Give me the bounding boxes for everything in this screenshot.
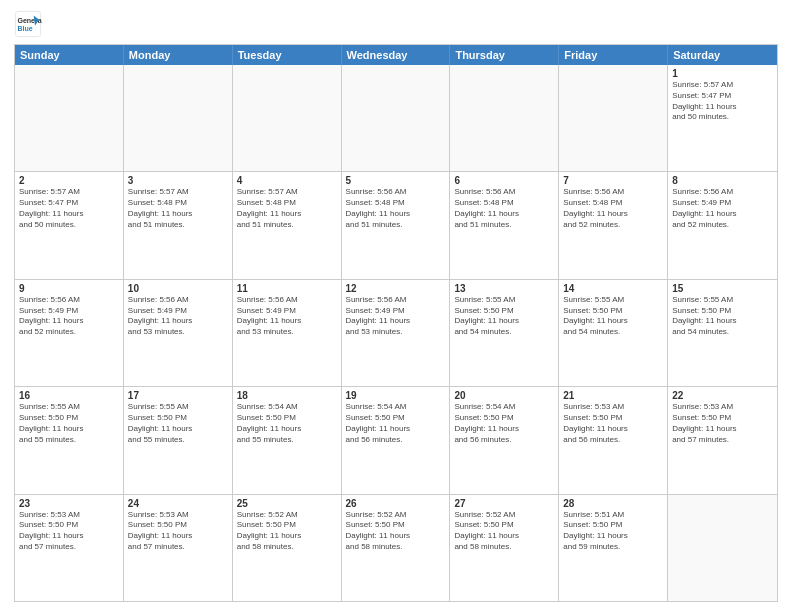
day-info: Sunrise: 5:56 AM Sunset: 5:48 PM Dayligh…	[346, 187, 446, 230]
calendar-cell: 12Sunrise: 5:56 AM Sunset: 5:49 PM Dayli…	[342, 280, 451, 386]
day-number: 10	[128, 283, 228, 294]
day-number: 16	[19, 390, 119, 401]
day-info: Sunrise: 5:57 AM Sunset: 5:47 PM Dayligh…	[672, 80, 773, 123]
calendar-row: 23Sunrise: 5:53 AM Sunset: 5:50 PM Dayli…	[15, 494, 777, 601]
day-number: 17	[128, 390, 228, 401]
calendar-cell	[15, 65, 124, 171]
calendar-cell: 28Sunrise: 5:51 AM Sunset: 5:50 PM Dayli…	[559, 495, 668, 601]
day-number: 13	[454, 283, 554, 294]
calendar-cell	[450, 65, 559, 171]
day-number: 26	[346, 498, 446, 509]
calendar-cell: 20Sunrise: 5:54 AM Sunset: 5:50 PM Dayli…	[450, 387, 559, 493]
calendar-body: 1Sunrise: 5:57 AM Sunset: 5:47 PM Daylig…	[15, 65, 777, 601]
day-info: Sunrise: 5:57 AM Sunset: 5:47 PM Dayligh…	[19, 187, 119, 230]
calendar-cell: 9Sunrise: 5:56 AM Sunset: 5:49 PM Daylig…	[15, 280, 124, 386]
calendar-row: 1Sunrise: 5:57 AM Sunset: 5:47 PM Daylig…	[15, 65, 777, 171]
day-info: Sunrise: 5:55 AM Sunset: 5:50 PM Dayligh…	[672, 295, 773, 338]
day-info: Sunrise: 5:56 AM Sunset: 5:49 PM Dayligh…	[237, 295, 337, 338]
calendar-cell	[559, 65, 668, 171]
day-info: Sunrise: 5:55 AM Sunset: 5:50 PM Dayligh…	[128, 402, 228, 445]
svg-rect-0	[15, 11, 40, 36]
calendar-row: 9Sunrise: 5:56 AM Sunset: 5:49 PM Daylig…	[15, 279, 777, 386]
calendar: SundayMondayTuesdayWednesdayThursdayFrid…	[14, 44, 778, 602]
calendar-cell	[668, 495, 777, 601]
day-number: 14	[563, 283, 663, 294]
weekday-header: Thursday	[450, 45, 559, 65]
day-number: 19	[346, 390, 446, 401]
header: General Blue	[14, 10, 778, 38]
calendar-row: 16Sunrise: 5:55 AM Sunset: 5:50 PM Dayli…	[15, 386, 777, 493]
calendar-cell: 11Sunrise: 5:56 AM Sunset: 5:49 PM Dayli…	[233, 280, 342, 386]
day-number: 27	[454, 498, 554, 509]
day-info: Sunrise: 5:54 AM Sunset: 5:50 PM Dayligh…	[454, 402, 554, 445]
day-info: Sunrise: 5:52 AM Sunset: 5:50 PM Dayligh…	[454, 510, 554, 553]
weekday-header: Sunday	[15, 45, 124, 65]
day-info: Sunrise: 5:53 AM Sunset: 5:50 PM Dayligh…	[19, 510, 119, 553]
weekday-header: Wednesday	[342, 45, 451, 65]
day-info: Sunrise: 5:55 AM Sunset: 5:50 PM Dayligh…	[563, 295, 663, 338]
page: General Blue SundayMondayTuesdayWednesda…	[0, 0, 792, 612]
calendar-cell	[124, 65, 233, 171]
svg-text:Blue: Blue	[18, 25, 33, 32]
day-number: 7	[563, 175, 663, 186]
day-info: Sunrise: 5:54 AM Sunset: 5:50 PM Dayligh…	[346, 402, 446, 445]
calendar-cell: 7Sunrise: 5:56 AM Sunset: 5:48 PM Daylig…	[559, 172, 668, 278]
day-number: 12	[346, 283, 446, 294]
day-number: 3	[128, 175, 228, 186]
day-number: 25	[237, 498, 337, 509]
calendar-cell	[342, 65, 451, 171]
day-number: 1	[672, 68, 773, 79]
day-info: Sunrise: 5:56 AM Sunset: 5:48 PM Dayligh…	[454, 187, 554, 230]
calendar-cell: 18Sunrise: 5:54 AM Sunset: 5:50 PM Dayli…	[233, 387, 342, 493]
calendar-cell: 16Sunrise: 5:55 AM Sunset: 5:50 PM Dayli…	[15, 387, 124, 493]
day-number: 18	[237, 390, 337, 401]
calendar-row: 2Sunrise: 5:57 AM Sunset: 5:47 PM Daylig…	[15, 171, 777, 278]
calendar-cell: 8Sunrise: 5:56 AM Sunset: 5:49 PM Daylig…	[668, 172, 777, 278]
calendar-cell: 24Sunrise: 5:53 AM Sunset: 5:50 PM Dayli…	[124, 495, 233, 601]
calendar-cell: 5Sunrise: 5:56 AM Sunset: 5:48 PM Daylig…	[342, 172, 451, 278]
day-number: 20	[454, 390, 554, 401]
calendar-cell: 15Sunrise: 5:55 AM Sunset: 5:50 PM Dayli…	[668, 280, 777, 386]
day-info: Sunrise: 5:52 AM Sunset: 5:50 PM Dayligh…	[237, 510, 337, 553]
day-info: Sunrise: 5:52 AM Sunset: 5:50 PM Dayligh…	[346, 510, 446, 553]
day-number: 15	[672, 283, 773, 294]
day-number: 6	[454, 175, 554, 186]
day-number: 28	[563, 498, 663, 509]
day-info: Sunrise: 5:53 AM Sunset: 5:50 PM Dayligh…	[128, 510, 228, 553]
calendar-cell	[233, 65, 342, 171]
day-info: Sunrise: 5:57 AM Sunset: 5:48 PM Dayligh…	[237, 187, 337, 230]
calendar-cell: 17Sunrise: 5:55 AM Sunset: 5:50 PM Dayli…	[124, 387, 233, 493]
day-number: 5	[346, 175, 446, 186]
day-info: Sunrise: 5:55 AM Sunset: 5:50 PM Dayligh…	[19, 402, 119, 445]
calendar-cell: 10Sunrise: 5:56 AM Sunset: 5:49 PM Dayli…	[124, 280, 233, 386]
day-info: Sunrise: 5:53 AM Sunset: 5:50 PM Dayligh…	[672, 402, 773, 445]
calendar-cell: 2Sunrise: 5:57 AM Sunset: 5:47 PM Daylig…	[15, 172, 124, 278]
calendar-cell: 23Sunrise: 5:53 AM Sunset: 5:50 PM Dayli…	[15, 495, 124, 601]
day-info: Sunrise: 5:56 AM Sunset: 5:49 PM Dayligh…	[128, 295, 228, 338]
day-number: 8	[672, 175, 773, 186]
calendar-cell: 22Sunrise: 5:53 AM Sunset: 5:50 PM Dayli…	[668, 387, 777, 493]
day-info: Sunrise: 5:51 AM Sunset: 5:50 PM Dayligh…	[563, 510, 663, 553]
day-info: Sunrise: 5:54 AM Sunset: 5:50 PM Dayligh…	[237, 402, 337, 445]
day-info: Sunrise: 5:57 AM Sunset: 5:48 PM Dayligh…	[128, 187, 228, 230]
day-number: 21	[563, 390, 663, 401]
weekday-header: Tuesday	[233, 45, 342, 65]
calendar-cell: 19Sunrise: 5:54 AM Sunset: 5:50 PM Dayli…	[342, 387, 451, 493]
day-info: Sunrise: 5:53 AM Sunset: 5:50 PM Dayligh…	[563, 402, 663, 445]
day-info: Sunrise: 5:56 AM Sunset: 5:49 PM Dayligh…	[19, 295, 119, 338]
calendar-header: SundayMondayTuesdayWednesdayThursdayFrid…	[15, 45, 777, 65]
calendar-cell: 13Sunrise: 5:55 AM Sunset: 5:50 PM Dayli…	[450, 280, 559, 386]
day-number: 23	[19, 498, 119, 509]
weekday-header: Friday	[559, 45, 668, 65]
weekday-header: Saturday	[668, 45, 777, 65]
calendar-cell: 3Sunrise: 5:57 AM Sunset: 5:48 PM Daylig…	[124, 172, 233, 278]
day-number: 2	[19, 175, 119, 186]
calendar-cell: 6Sunrise: 5:56 AM Sunset: 5:48 PM Daylig…	[450, 172, 559, 278]
calendar-cell: 21Sunrise: 5:53 AM Sunset: 5:50 PM Dayli…	[559, 387, 668, 493]
calendar-cell: 4Sunrise: 5:57 AM Sunset: 5:48 PM Daylig…	[233, 172, 342, 278]
day-info: Sunrise: 5:56 AM Sunset: 5:48 PM Dayligh…	[563, 187, 663, 230]
day-number: 22	[672, 390, 773, 401]
logo-icon: General Blue	[14, 10, 42, 38]
calendar-cell: 25Sunrise: 5:52 AM Sunset: 5:50 PM Dayli…	[233, 495, 342, 601]
day-info: Sunrise: 5:56 AM Sunset: 5:49 PM Dayligh…	[672, 187, 773, 230]
